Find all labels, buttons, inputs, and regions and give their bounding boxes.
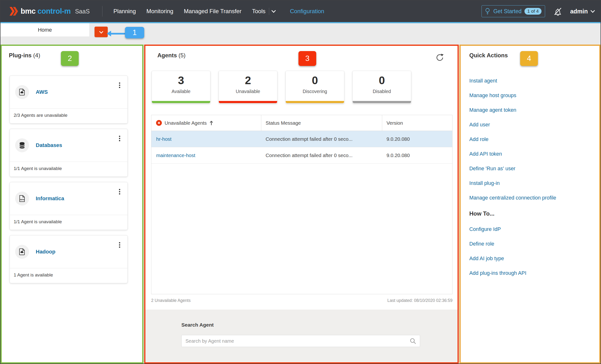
search-agent-input[interactable] [182, 338, 406, 344]
link-define-run-as-user[interactable]: Define 'Run as' user [469, 161, 595, 176]
available-label: Available [152, 89, 210, 94]
nav-item-configuration[interactable]: Configuration [290, 8, 324, 15]
search-icon[interactable] [409, 337, 417, 344]
column-header-unavailable-agents[interactable]: Unavailable Agents [151, 115, 261, 131]
available-count: 3 [152, 74, 210, 87]
notifications-muted-bell-icon[interactable] [553, 6, 563, 16]
logo-bmc-text: bmc [21, 7, 36, 16]
database-icon [15, 138, 29, 152]
quick-actions-panel: Quick Actions 4 Install agent Manage hos… [460, 45, 601, 364]
quick-actions-title: Quick Actions [469, 52, 508, 59]
plugin-card-hadoop[interactable]: Hadoop 1 Agent is available [10, 235, 128, 283]
disabled-label: Disabled [353, 89, 411, 94]
kebab-menu-icon[interactable] [118, 188, 121, 196]
annotation-arrow-line [110, 33, 125, 35]
unavailable-agents-header-label: Unavailable Agents [165, 120, 207, 126]
annotation-1-label: 1 [132, 28, 137, 37]
column-header-version[interactable]: Version [382, 115, 452, 131]
search-agent-label: Search Agent [181, 322, 214, 328]
status-message-header-label: Status Message [266, 120, 301, 126]
agent-name-link[interactable]: hr-host [151, 131, 261, 147]
nav-item-managed-file-transfer[interactable]: Managed File Transfer [184, 8, 241, 15]
plugin-card-informatica[interactable]: INFA Informatica 1/1 Agent is unavailabl… [10, 182, 128, 230]
plugin-link-hadoop[interactable]: Hadoop [36, 249, 55, 255]
stat-card-disabled[interactable]: 0 Disabled [352, 71, 411, 103]
stat-card-available[interactable]: 3 Available [152, 71, 210, 103]
unavailable-count: 2 [219, 74, 277, 87]
sort-ascending-icon [209, 120, 213, 126]
search-agent-field [181, 335, 420, 347]
table-row[interactable]: maintenance-host Connection attempt fail… [151, 147, 452, 164]
user-menu-admin[interactable]: admin [570, 8, 588, 15]
column-header-status-message[interactable]: Status Message [261, 115, 382, 131]
link-install-agent[interactable]: Install agent [469, 74, 595, 88]
plugin-link-aws[interactable]: AWS [36, 89, 48, 95]
version-header-label: Version [387, 120, 403, 126]
quick-actions-list: Install agent Manage host groups Manage … [469, 74, 595, 281]
link-add-role[interactable]: Add role [469, 132, 595, 147]
chevron-down-icon [99, 30, 103, 34]
disabled-color-bar [353, 101, 411, 103]
agents-count: (5) [179, 52, 185, 59]
nav-item-tools[interactable]: Tools [252, 8, 265, 15]
agent-status-message: Connection attempt failed after 0 seco..… [261, 131, 382, 147]
kebab-menu-icon[interactable] [118, 241, 121, 249]
discovering-label: Discovering [286, 89, 344, 94]
plugin-link-informatica[interactable]: Informatica [36, 196, 64, 202]
stat-card-discovering[interactable]: 0 Discovering [286, 71, 344, 103]
link-add-ai-job-type[interactable]: Add AI job type [469, 251, 595, 266]
link-configure-idp[interactable]: Configure IdP [469, 222, 595, 237]
get-started-progress-badge: 1 of 4 [524, 8, 542, 15]
unavailable-color-bar [219, 101, 277, 103]
plugin-card-aws[interactable]: AWS 2/3 Agents are unavailable [10, 76, 128, 124]
plugin-card-header: AWS [10, 76, 127, 108]
annotation-callout-1: 1 [125, 27, 144, 38]
link-add-user[interactable]: Add user [469, 118, 595, 132]
svg-text:INFA: INFA [20, 198, 24, 201]
unavailable-label: Unavailable [219, 89, 277, 94]
nav-item-monitoring[interactable]: Monitoring [146, 8, 173, 15]
link-define-role[interactable]: Define role [469, 237, 595, 251]
table-row[interactable]: hr-host Connection attempt failed after … [151, 131, 452, 147]
workspace-dropdown-button[interactable] [95, 27, 108, 37]
error-status-icon [156, 120, 162, 126]
top-navigation-bar: bmc control-m SaaS Planning Monitoring M… [0, 0, 601, 23]
tab-home[interactable]: Home [0, 23, 89, 36]
how-to-heading: How To... [469, 205, 595, 222]
agent-version: 9.0.20.080 [382, 131, 452, 147]
tools-chevron-down-icon[interactable] [271, 8, 276, 12]
user-menu-chevron-down-icon[interactable] [591, 8, 595, 12]
link-manage-agent-token[interactable]: Manage agent token [469, 103, 595, 118]
unavailable-agents-table: Unavailable Agents Status Message Versio… [151, 115, 452, 294]
get-started-button[interactable]: Get Started 1 of 4 [481, 5, 545, 17]
kebab-menu-icon[interactable] [118, 135, 121, 142]
discovering-count: 0 [286, 74, 344, 87]
plugin-status-text: 2/3 Agents are unavailable [10, 109, 127, 122]
stat-card-unavailable[interactable]: 2 Unavailable [219, 71, 277, 103]
agents-panel: Agents (5) 3 3 Available 2 Unavailable [144, 45, 459, 364]
link-add-plug-ins-through-api[interactable]: Add plug-ins through API [469, 266, 595, 281]
logo-saas-text: SaaS [75, 8, 90, 15]
get-started-label: Get Started [493, 8, 521, 15]
discovering-color-bar [286, 101, 344, 103]
refresh-icon[interactable] [435, 53, 444, 63]
plugin-status-text: 1/1 Agent is unavailable [10, 162, 127, 175]
search-agent-section: Search Agent [145, 310, 458, 362]
nav-divider [102, 6, 102, 17]
nav-right-group: Get Started 1 of 4 admin [481, 5, 594, 17]
lightbulb-icon [485, 7, 491, 15]
plugins-title-text: Plug-ins [9, 52, 32, 59]
nav-item-planning[interactable]: Planning [113, 8, 136, 15]
table-row-count: 2 Unavailable Agents [151, 298, 190, 303]
annotation-callout-4: 4 [520, 51, 538, 66]
agent-status-summary: 3 Available 2 Unavailable 0 Discovering … [152, 71, 411, 103]
link-install-plug-in[interactable]: Install plug-in [469, 176, 595, 191]
agent-name-link[interactable]: maintenance-host [151, 147, 261, 163]
tab-home-label: Home [38, 27, 52, 33]
link-manage-centralized-connection-profile[interactable]: Manage centralized connection profile [469, 191, 595, 205]
link-manage-host-groups[interactable]: Manage host groups [469, 88, 595, 103]
link-add-api-token[interactable]: Add API token [469, 147, 595, 161]
plugin-link-databases[interactable]: Databases [36, 142, 62, 148]
kebab-menu-icon[interactable] [118, 81, 121, 89]
plugin-card-databases[interactable]: Databases 1/1 Agent is unavailable [10, 129, 128, 177]
